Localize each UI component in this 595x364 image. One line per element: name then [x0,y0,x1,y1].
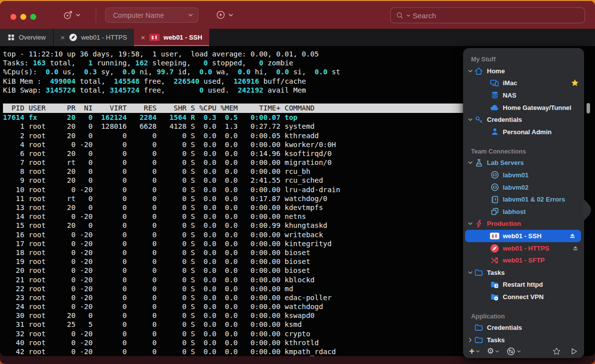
close-icon[interactable]: × [141,34,145,41]
tree-item-labvm01-02-errors[interactable]: labvm01 & 02 Errors [463,193,584,206]
chevron-down-icon[interactable] [466,68,474,74]
tab-web01-ssh[interactable]: ×$web01 - SSH [134,29,209,46]
flask-icon [474,158,483,167]
tab-bar: Overview×web01 - HTTPS ×$web01 - SSH [0,29,595,46]
terminal-icon: $ [149,34,160,41]
run-button[interactable] [570,347,578,356]
plus-icon: + [469,346,475,356]
computer-icon [490,78,499,88]
tree-item-web01-sftp[interactable]: web01 - SFTP [463,254,584,266]
tree-item-imac[interactable]: iMac [463,77,584,90]
eject-icon[interactable] [572,245,579,252]
tree-item-lab-servers[interactable]: Lab Servers [463,157,584,169]
chevron-down-icon [228,12,234,18]
chevron-down-icon [517,349,521,354]
folder-icon [474,335,483,344]
chevron-down-icon[interactable] [466,117,474,122]
sort-button[interactable] [506,347,521,356]
tab-label: Overview [19,34,46,41]
scrollbar-thumb[interactable] [587,103,590,113]
chevron-down-icon [495,349,499,354]
tree-item-credentials[interactable]: Credentials [463,322,584,334]
run-task-button[interactable] [216,1,234,29]
chevron-right-icon[interactable] [466,337,474,343]
chevron-down-icon[interactable] [466,160,474,165]
add-button[interactable]: + [469,346,480,356]
tree-item-personal-admin[interactable]: Personal Admin [463,126,584,138]
tree-item-label: Tasks [487,269,505,276]
inactive-tabs: Overview×web01 - HTTPS [0,29,134,46]
tree-item-restart-httpd[interactable]: ARestart httpd [463,279,584,291]
tree-item-credentials[interactable]: Credentials [463,113,584,126]
settings-button[interactable]: ⚙ [487,347,499,356]
computer-name-dropdown[interactable]: Computer Name [105,7,198,23]
search-box[interactable] [390,7,585,23]
toolbar-divider [96,7,96,22]
database-icon [490,91,499,100]
tree-item-label: web01 - SFTP [503,257,545,264]
tab-overview[interactable]: Overview [0,29,53,46]
tree-item-label: labhost [503,208,526,215]
favorite-button[interactable] [552,347,561,356]
navigation-panel: My StuffHomeiMacNASHome Gateway/TunnelCr… [463,48,584,358]
tree-item-production[interactable]: Production [463,218,584,230]
tree-item-home-gateway-tunnel[interactable]: Home Gateway/Tunnel [463,102,584,114]
tree-item-label: Home Gateway/Tunnel [503,104,571,111]
search-input[interactable] [413,11,580,20]
svg-text:$: $ [492,234,494,239]
tree-item-web01-ssh[interactable]: $web01 - SSH [465,230,581,242]
chevron-down-icon[interactable] [466,221,474,226]
tree-item-connect-vpn[interactable]: Connect VPN [463,291,584,303]
section-title: My Stuff [463,54,584,65]
grid-icon [7,34,15,41]
tree-item-label: Production [487,220,521,227]
tree-item-labvm01[interactable]: labvm01 [463,169,584,181]
svg-text:A: A [495,284,498,288]
folder-icon [474,268,483,277]
titlebar: Computer Name [0,1,595,29]
chevron-down-icon [188,12,198,18]
tree-item-tasks[interactable]: Tasks [463,266,584,279]
tree-item-label: Connect VPN [503,293,543,301]
tree-item-tasks[interactable]: Tasks [463,334,584,344]
window-controls [10,14,36,20]
folder-icon [474,323,483,332]
computer-name-value: Computer Name [106,11,188,19]
connection-tree: My StuffHomeiMacNASHome Gateway/TunnelCr… [463,48,584,344]
minimize-window-button[interactable] [20,14,26,20]
zoom-window-button[interactable] [30,14,36,20]
tab-label: web01 - HTTPS [81,34,127,41]
panel-toolbar: +⚙ [463,344,584,358]
person-icon [490,127,499,137]
chevron-down-icon[interactable] [466,270,474,275]
tree-item-labhost[interactable]: labhost [463,206,584,218]
folder-play-icon [490,292,499,302]
tree-item-label: labvm01 & 02 Errors [503,196,565,203]
play-circle-icon [216,10,226,20]
tree-item-nas[interactable]: NAS [463,89,584,102]
tree-item-web01-https[interactable]: web01 - HTTPS [463,242,584,255]
tab-label: web01 - SSH [164,34,202,41]
chevron-down-icon [476,349,480,354]
key-icon [474,115,483,124]
tree-item-label: web01 - HTTPS [503,245,549,252]
eject-icon[interactable] [569,232,576,240]
connect-button[interactable] [62,1,81,29]
section-title: Team Connections [463,146,584,157]
tree-item-home[interactable]: Home [463,65,584,77]
sync-icon [506,347,516,356]
close-window-button[interactable] [10,14,16,20]
svg-text:$: $ [151,35,154,40]
close-icon[interactable]: × [60,34,65,41]
tree-item-label: iMac [503,79,517,87]
favorite-star-icon[interactable] [571,79,579,87]
tree-item-label: Personal Admin [503,128,551,136]
remote-icon [490,183,499,192]
panel-collapse-handle[interactable] [584,197,594,223]
tab-web01-https[interactable]: ×web01 - HTTPS [54,29,134,46]
remote-icon [490,170,499,180]
tree-item-label: Credentials [487,116,522,123]
tree-item-labvm02[interactable]: labvm02 [463,181,584,194]
gear-icon: ⚙ [487,347,494,356]
tree-item-label: Home [487,67,505,75]
